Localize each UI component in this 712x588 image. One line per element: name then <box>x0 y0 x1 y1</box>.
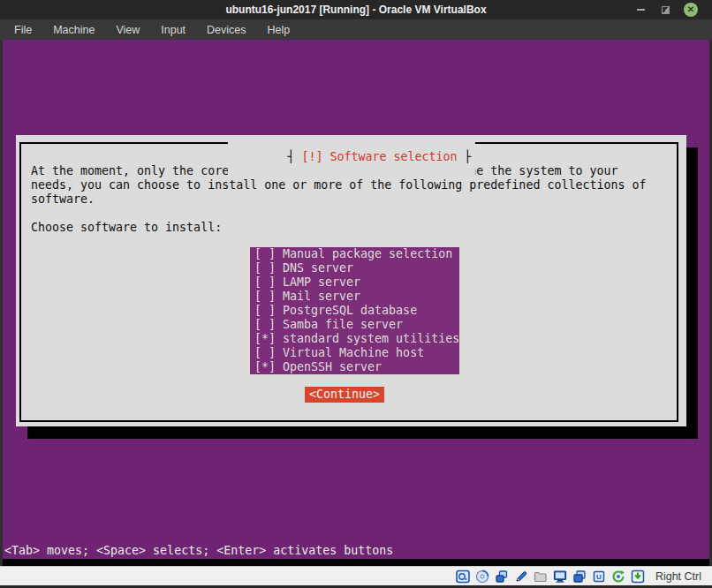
mouse-integration-icon[interactable] <box>611 569 625 584</box>
checkbox: [ ] <box>254 290 283 303</box>
checkbox: [ ] <box>254 275 283 289</box>
body-text-line: software. <box>31 192 95 207</box>
package-list[interactable]: [ ] Manual package selection [ ] DNS ser… <box>250 247 459 374</box>
checkbox: [ ] <box>254 346 283 359</box>
package-row-dns-server[interactable]: [ ] DNS server <box>254 261 459 275</box>
close-button[interactable]: ✕ <box>684 3 698 17</box>
network-icon[interactable] <box>495 569 509 584</box>
package-row-mail-server[interactable]: [ ] Mail server <box>254 290 459 304</box>
border-connector-left: ┤ <box>287 150 294 163</box>
package-label: Virtual Machine host <box>283 346 424 359</box>
menu-machine[interactable]: Machine <box>53 24 95 36</box>
checkbox-checked: [*] <box>254 332 283 345</box>
dialog-title-text: [!] Software selection <box>301 150 457 163</box>
statusbar: U Right Ctrl <box>0 566 712 585</box>
menu-file[interactable]: File <box>14 24 32 36</box>
host-key-label: Right Ctrl <box>655 570 701 583</box>
virtualbox-window: ubuntu16-jun2017 [Running] - Oracle VM V… <box>0 0 712 588</box>
window-controls: ✕ <box>634 0 698 19</box>
optical-disc-icon[interactable] <box>475 569 489 584</box>
dialog-title: ┤[!] Software selection├ <box>227 136 474 178</box>
display-icon[interactable] <box>553 569 567 584</box>
package-label: LAMP server <box>283 275 360 289</box>
menu-input[interactable]: Input <box>161 24 186 36</box>
checkbox: [ ] <box>254 247 283 260</box>
menu-devices[interactable]: Devices <box>207 24 246 36</box>
keyboard-capture-icon[interactable] <box>631 569 645 584</box>
serial-port-icon[interactable] <box>514 569 528 584</box>
features-chip-icon[interactable]: U <box>592 569 606 584</box>
console-black-strip <box>3 559 709 566</box>
package-label: Samba file server <box>283 318 403 331</box>
svg-text:U: U <box>596 573 602 581</box>
window-title: ubuntu16-jun2017 [Running] - Oracle VM V… <box>0 0 712 19</box>
package-label: Mail server <box>283 290 360 303</box>
package-row-virtual-machine-host[interactable]: [ ] Virtual Machine host <box>254 346 459 360</box>
titlebar: ubuntu16-jun2017 [Running] - Oracle VM V… <box>0 0 712 19</box>
menu-help[interactable]: Help <box>268 24 291 36</box>
minimize-button[interactable] <box>634 4 647 16</box>
checkbox-checked: [*] <box>254 360 283 373</box>
keyboard-help-text: <Tab> moves; <Space> selects; <Enter> ac… <box>4 544 393 558</box>
package-row-postgresql-database[interactable]: [ ] PostgreSQL database <box>254 304 459 318</box>
package-row-manual-package-selection[interactable]: [ ] Manual package selection <box>254 247 459 261</box>
restore-icon <box>662 6 670 14</box>
package-label: PostgreSQL database <box>283 304 417 317</box>
package-row-lamp-server[interactable]: [ ] LAMP server <box>254 275 459 290</box>
continue-button[interactable]: <Continue> <box>305 387 384 403</box>
package-row-openssh-server[interactable]: [*] OpenSSH server <box>254 360 459 374</box>
checkbox: [ ] <box>254 304 283 317</box>
menu-view[interactable]: View <box>116 24 140 36</box>
package-label: standard system utilities <box>283 332 459 345</box>
checkbox: [ ] <box>254 318 283 331</box>
package-row-standard-system-utilities[interactable]: [*] standard system utilities <box>254 332 459 346</box>
video-capture-icon[interactable] <box>572 569 587 584</box>
body-text-line: needs, you can choose to install one or … <box>31 178 646 192</box>
package-row-samba-file-server[interactable]: [ ] Samba file server <box>254 318 459 332</box>
checkbox: [ ] <box>254 261 283 275</box>
menubar: File Machine View Input Devices Help <box>0 19 712 40</box>
package-label: OpenSSH server <box>283 360 382 373</box>
shared-folders-icon[interactable] <box>534 569 548 584</box>
restore-button[interactable] <box>659 4 671 16</box>
package-label: DNS server <box>283 261 353 275</box>
border-connector-right: ├ <box>465 150 472 163</box>
choose-software-prompt: Choose software to install: <box>31 221 222 235</box>
package-label: Manual package selection <box>283 247 452 260</box>
minimize-icon <box>637 9 645 11</box>
hard-disk-icon[interactable] <box>456 569 470 584</box>
vm-screen[interactable]: ┤[!] Software selection├ At the moment, … <box>3 40 709 566</box>
software-selection-dialog: ┤[!] Software selection├ At the moment, … <box>16 135 686 426</box>
